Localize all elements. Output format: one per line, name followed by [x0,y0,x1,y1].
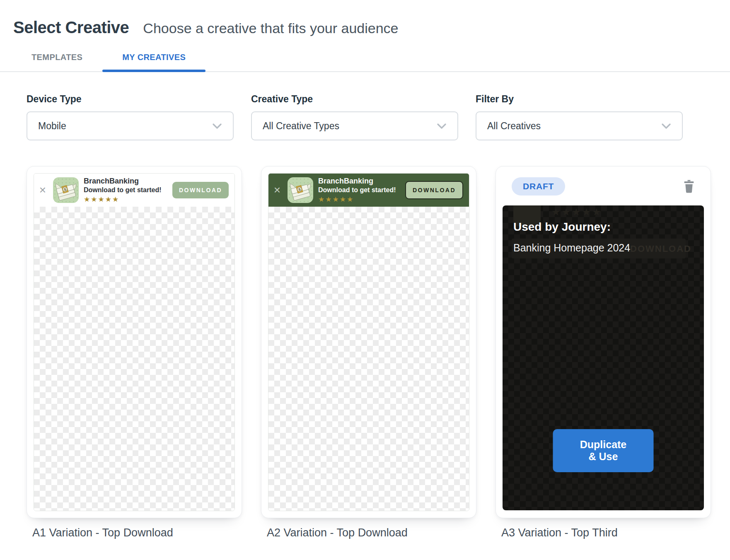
duplicate-and-use-button[interactable]: Duplicate & Use [553,429,654,472]
page-subtitle: Choose a creative that fits your audienc… [143,20,398,36]
app-name: BranchBanking [84,176,162,186]
creative-card-a3[interactable]: DRAFT ★★★★★ Used by Journey: DOWNLOAD [496,166,711,518]
filter-device-type: Device Type Mobile [27,94,234,140]
filter-by-select[interactable]: All Creatives [476,111,683,140]
creative-preview-a1: × $ [34,173,235,511]
creative-card-a1[interactable]: × $ [27,166,242,518]
download-button[interactable]: DOWNLOAD [172,182,229,198]
tab-my-creatives[interactable]: MY CREATIVES [102,53,205,71]
app-tagline: Download to get started! [318,186,396,194]
star-rating-icon: ★★★★★ [318,195,396,204]
transparent-canvas [268,207,469,511]
used-by-journey-label: Used by Journey: [513,220,611,234]
ad-banner-green: × $ [268,174,469,207]
creative-type-label: Creative Type [251,94,458,105]
download-button[interactable]: DOWNLOAD [405,181,463,199]
filter-by: Filter By All Creatives [476,94,683,140]
draft-status-badge: DRAFT [512,177,565,196]
page-title: Select Creative [13,18,129,37]
creative-card-grid: × $ [0,166,730,539]
filter-by-value: All Creatives [487,121,541,132]
creative-a3-column: DRAFT ★★★★★ Used by Journey: DOWNLOAD [496,166,711,539]
creative-type-select[interactable]: All Creative Types [251,111,458,140]
ghost-download-text: DOWNLOAD [630,244,691,254]
tab-bar: TEMPLATES MY CREATIVES [0,53,730,72]
journey-name: Banking Homepage 2024 [513,242,630,254]
device-type-value: Mobile [38,121,66,132]
ghost-star-rating-icon: ★★★★★ [551,206,602,218]
creative-name-a1: A1 Variation - Top Download [27,526,242,539]
creative-preview-a2: × $ [268,173,469,511]
creative-name-a3: A3 Variation - Top Third [496,526,711,539]
creative-type-value: All Creative Types [263,121,339,132]
app-name: BranchBanking [318,176,396,186]
filter-by-label: Filter By [476,94,683,105]
app-tagline: Download to get started! [84,186,162,194]
transparent-canvas [34,207,234,511]
creative-name-a2: A2 Variation - Top Download [261,526,476,539]
select-creative-page: Select Creative Choose a creative that f… [0,0,730,560]
page-header: Select Creative Choose a creative that f… [0,18,730,37]
close-icon: × [272,184,283,196]
chevron-down-icon [212,123,222,129]
chevron-down-icon [437,123,447,129]
device-type-select[interactable]: Mobile [27,111,234,140]
ad-banner-light: × $ [34,174,234,207]
star-rating-icon: ★★★★★ [84,195,162,204]
creative-a1-column: × $ [27,166,242,539]
ad-copy: BranchBanking Download to get started! ★… [84,176,162,204]
creative-card-a2[interactable]: × $ [261,166,476,518]
device-type-label: Device Type [27,94,234,105]
draft-card-header: DRAFT [503,173,704,205]
filter-creative-type: Creative Type All Creative Types [251,94,458,140]
used-creative-overlay: ★★★★★ Used by Journey: DOWNLOAD Banking … [503,205,704,510]
filter-row: Device Type Mobile Creative Type All Cre… [0,94,730,140]
tab-templates[interactable]: TEMPLATES [12,53,102,71]
ad-copy: BranchBanking Download to get started! ★… [318,176,396,204]
creative-a2-column: × $ [261,166,476,539]
money-app-icon: $ [288,177,313,203]
delete-icon[interactable] [683,180,695,193]
money-app-icon: $ [53,177,79,203]
chevron-down-icon [661,123,671,129]
close-icon: × [37,184,48,196]
